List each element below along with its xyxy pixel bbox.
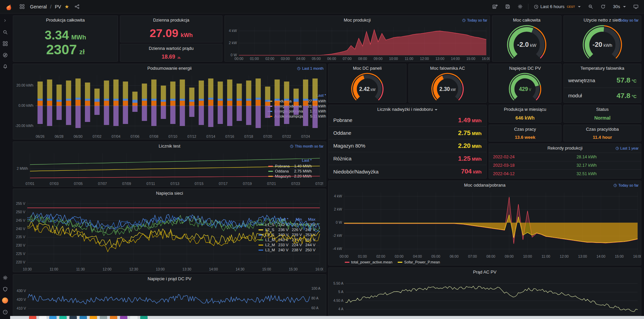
panel-title[interactable]: Użycie netto z sieci — [584, 18, 621, 23]
grafana-logo[interactable] — [3, 2, 14, 11]
panel-title[interactable]: Czas pracy/doba — [586, 127, 619, 132]
svg-text:2 kW: 2 kW — [334, 207, 342, 211]
chevron-down-icon — [435, 109, 437, 110]
taskbar-item[interactable] — [90, 316, 97, 319]
panel-czas-pracy-doba: Czas pracy/doba 11.4 hour — [563, 125, 641, 141]
legend-item[interactable]: Sofar_Power_P.mean — [398, 260, 440, 264]
explore-compass-icon[interactable] — [1, 51, 9, 59]
svg-text:14:00: 14:00 — [209, 267, 218, 271]
taskbar-item[interactable] — [120, 316, 127, 319]
share-icon[interactable] — [72, 3, 82, 10]
taskbar-item[interactable] — [59, 316, 67, 319]
favorite-star-icon[interactable]: ★ — [64, 4, 69, 9]
licznik-row: Oddane 2.75MWh — [329, 127, 486, 139]
time-range-picker[interactable]: Last 6 hours CEST — [532, 3, 583, 10]
napiecie-prad-chart[interactable]: 430 V420 V410 V100 A80 A60 A — [13, 283, 326, 316]
panel-title[interactable]: Dzienna wartość prądu — [149, 46, 194, 51]
panel-title[interactable]: Napięcie i prąd DC PV — [148, 276, 191, 281]
panel-title[interactable]: Produkcja całkowita — [46, 18, 85, 23]
server-admin-shield-icon[interactable] — [1, 285, 9, 293]
refresh-interval-label: 30s — [613, 4, 620, 9]
taskbar-item[interactable] — [110, 316, 117, 319]
panel-title[interactable]: Produkcja w miesiącu — [504, 107, 546, 112]
svg-text:06:00: 06:00 — [327, 57, 336, 61]
svg-text:07/05: 07/05 — [74, 182, 83, 186]
refresh-icon[interactable] — [599, 3, 608, 10]
breadcrumb-section[interactable]: General — [30, 4, 47, 9]
add-panel-icon[interactable] — [490, 3, 500, 11]
panel-title[interactable]: Moc oddana/pobrana — [464, 183, 505, 188]
svg-text:225 V: 225 V — [16, 252, 25, 256]
moc-ac-gauge: 2.30 kW — [409, 73, 486, 102]
dashboard-settings-icon[interactable] — [516, 3, 525, 10]
help-icon[interactable]: ? — [1, 308, 9, 316]
time-override-badge: Today so far — [618, 16, 639, 25]
panel-title[interactable]: Prąd AC PV — [473, 269, 496, 275]
dashboards-nav-icon[interactable] — [1, 39, 9, 48]
podsumowanie-chart[interactable]: 20.00 kWh0.00 kWh-20.00 kWh06/2606/2806/… — [13, 73, 266, 139]
svg-text:4 kW: 4 kW — [334, 194, 342, 198]
svg-text:4.50 A: 4.50 A — [333, 298, 343, 302]
svg-text:07/15: 07/15 — [195, 182, 204, 186]
svg-text:-20.00 kWh: -20.00 kWh — [15, 124, 33, 128]
tv-mode-icon[interactable] — [631, 3, 641, 10]
dashboards-icon[interactable] — [18, 3, 27, 10]
alerting-bell-icon[interactable] — [1, 62, 9, 71]
napiecie-dc-gauge: 429 V — [489, 73, 561, 102]
panel-title[interactable]: Licznik nadwyżki i niedoboru — [377, 107, 433, 112]
svg-text:420 V: 420 V — [17, 297, 26, 301]
svg-text:07/20: 07/20 — [263, 134, 272, 138]
panel-czas-pracy: Czas pracy 13.6 week — [489, 125, 561, 141]
panel-title[interactable]: Moc DC paneli — [353, 66, 381, 71]
panel-title[interactable]: Podsumowanie energii — [147, 66, 192, 71]
save-dashboard-icon[interactable] — [503, 3, 512, 10]
taskbar-item[interactable] — [130, 316, 137, 319]
refresh-interval-dropdown[interactable]: 30s — [611, 3, 628, 10]
panel-status: Status Normal — [563, 105, 641, 123]
taskbar-item[interactable] — [29, 316, 36, 319]
svg-text:12:30: 12:30 — [129, 267, 138, 271]
licznik-test-chart[interactable]: 2 MWh07/0107/0307/0507/0707/0907/1107/13… — [13, 151, 267, 186]
svg-text:05:00: 05:00 — [431, 254, 440, 258]
panel-title[interactable]: Licznik test — [159, 143, 180, 149]
panel-title[interactable]: Moc całkowita — [513, 18, 541, 23]
panel-title[interactable]: Rekordy produkcji — [547, 146, 582, 151]
svg-text:12:00: 12:00 — [560, 254, 569, 258]
chart-legend: total_power_active.meanSofar_Power_P.mea… — [329, 259, 641, 265]
taskbar-item[interactable] — [69, 316, 77, 319]
configuration-gear-icon[interactable] — [1, 273, 9, 282]
svg-text:11:30: 11:30 — [76, 267, 85, 271]
panel-title[interactable]: Moc produkcji — [344, 18, 371, 23]
napiecia-sieci-chart[interactable]: 255 V250 V245 V240 V235 V230 V225 V220 V… — [13, 198, 257, 272]
panel-title[interactable]: Dzienna produkcja — [153, 18, 189, 23]
breadcrumb-page[interactable]: PV — [55, 4, 61, 9]
svg-text:00:00: 00:00 — [340, 254, 348, 258]
panel-title[interactable]: Napięcia sieci — [156, 191, 183, 196]
panel-title[interactable]: Czas pracy — [514, 127, 536, 132]
stat-uptime-daily: 11.4 hour — [593, 135, 612, 140]
svg-text:07/04: 07/04 — [112, 134, 120, 138]
panel-title[interactable]: Status — [596, 107, 609, 112]
sidebar-expand-icon[interactable] — [1, 16, 9, 25]
moc-produkcji-chart[interactable]: 0 W2 kW4 kW00:0001:0002:0003:0004:0005:0… — [225, 25, 490, 61]
svg-text:02:00: 02:00 — [376, 254, 385, 258]
licznik-row: Magazyn 80% 2.20MWh — [329, 139, 486, 152]
taskbar-item[interactable] — [140, 316, 148, 319]
zoom-out-time-icon[interactable] — [586, 3, 595, 10]
svg-text:-2 kW: -2 kW — [333, 233, 342, 237]
legend-item[interactable]: total_power_active.mean — [345, 260, 392, 264]
search-icon[interactable] — [1, 28, 9, 36]
svg-text:08:00: 08:00 — [486, 254, 495, 258]
taskbar-item[interactable] — [49, 316, 57, 319]
taskbar-item[interactable] — [80, 316, 87, 319]
svg-text:11:00: 11:00 — [50, 267, 58, 271]
panel-title[interactable]: Temperatury falownika — [580, 66, 624, 71]
prad-ac-chart[interactable]: 5.50 A5 A4.50 A4 A — [329, 277, 641, 316]
panel-title[interactable]: Moc falownika AC — [430, 66, 465, 71]
panel-title[interactable]: Napięcie DC PV — [509, 66, 541, 71]
moc-oddana-chart[interactable]: 4 kW2 kW0 W-2 kW-4 kW00:0001:0002:0003:0… — [329, 190, 641, 259]
profile-avatar[interactable] — [1, 296, 9, 305]
svg-text:230 V: 230 V — [16, 243, 25, 247]
taskbar-item[interactable] — [39, 316, 47, 319]
taskbar-item[interactable] — [100, 316, 107, 319]
